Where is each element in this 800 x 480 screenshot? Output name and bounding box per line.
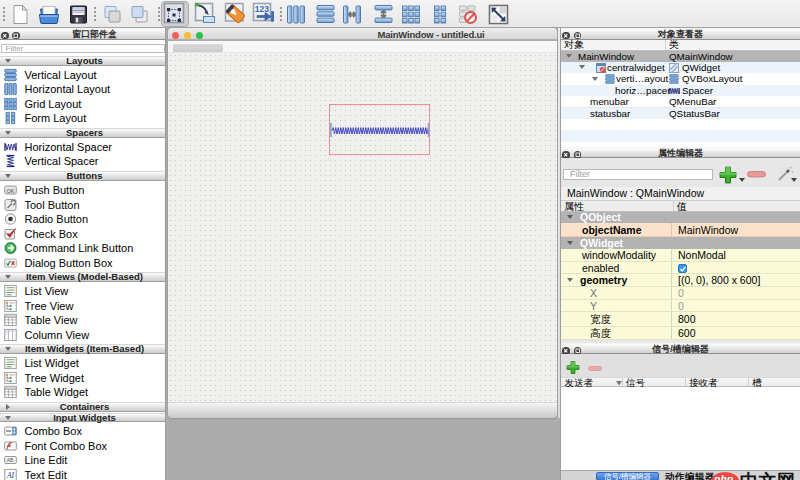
- svg-text:OK: OK: [7, 188, 15, 194]
- svg-text:AB: AB: [7, 458, 14, 464]
- svg-text:123: 123: [255, 4, 269, 14]
- svg-text:AI: AI: [6, 470, 15, 479]
